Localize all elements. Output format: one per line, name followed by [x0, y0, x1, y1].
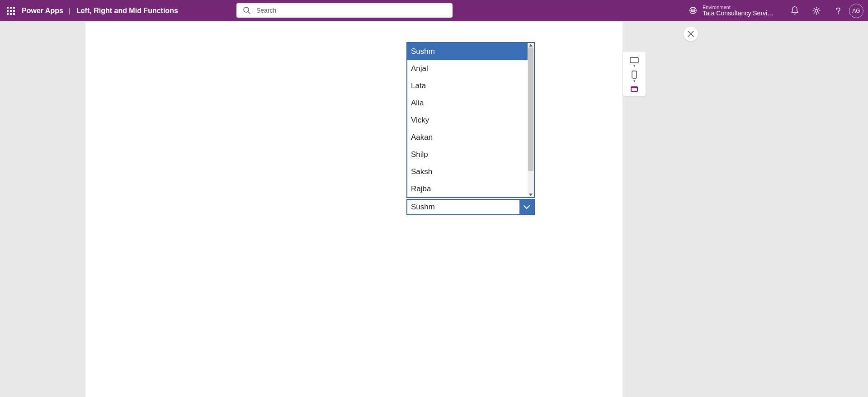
close-icon — [688, 31, 694, 37]
search-input[interactable] — [236, 3, 453, 18]
close-preview-button[interactable] — [684, 27, 698, 41]
svg-marker-22 — [529, 44, 533, 47]
bell-icon — [791, 6, 799, 15]
help-icon — [834, 7, 842, 15]
listbox-items-container: SushmAnjalLataAliaVickyAakanShilpSakshRa… — [407, 43, 534, 197]
size-preview-button[interactable] — [623, 84, 646, 93]
phone-icon — [632, 71, 637, 79]
app-launcher-button[interactable] — [0, 7, 22, 15]
list-item[interactable]: Shilp — [407, 146, 534, 163]
tablet-preview-button[interactable]: ▾ — [623, 55, 646, 69]
triangle-down-icon — [529, 194, 533, 196]
list-item[interactable]: Lata — [407, 77, 534, 95]
svg-rect-7 — [10, 13, 12, 15]
scroll-track[interactable] — [528, 47, 534, 193]
app-header: Power Apps | Left, Right and Mid Functio… — [0, 0, 868, 21]
chevron-down-icon: ▾ — [633, 79, 636, 83]
settings-button[interactable] — [806, 0, 827, 21]
environment-label: Environment — [703, 5, 775, 10]
help-button[interactable] — [827, 0, 849, 21]
environment-text: Environment Tata Consultancy Servic... — [703, 5, 775, 17]
names-listbox[interactable]: SushmAnjalLataAliaVickyAakanShilpSakshRa… — [406, 42, 535, 198]
title-separator: | — [69, 7, 71, 14]
device-preview-toolbar: ▾ ▾ — [623, 52, 646, 96]
svg-rect-1 — [10, 7, 12, 9]
list-item[interactable]: Saksh — [407, 163, 534, 180]
app-name: Power Apps — [22, 7, 63, 14]
svg-rect-2 — [13, 7, 15, 9]
svg-rect-6 — [7, 13, 9, 15]
list-item[interactable]: Aakan — [407, 129, 534, 146]
fit-to-window-icon — [630, 86, 638, 92]
svg-rect-5 — [13, 10, 15, 12]
user-avatar[interactable]: AG — [849, 4, 863, 18]
names-dropdown[interactable]: Sushm — [406, 199, 535, 215]
triangle-up-icon — [529, 44, 533, 47]
chevron-down-icon: ▾ — [633, 64, 636, 68]
svg-marker-23 — [529, 194, 533, 196]
svg-point-15 — [838, 13, 839, 14]
dropdown-toggle-button[interactable] — [519, 200, 534, 214]
search-container — [236, 3, 453, 18]
scroll-down-button[interactable] — [528, 193, 534, 197]
svg-rect-3 — [7, 10, 9, 12]
scroll-up-button[interactable] — [528, 43, 534, 47]
svg-rect-4 — [10, 10, 12, 12]
app-title: Power Apps | Left, Right and Mid Functio… — [22, 7, 178, 15]
tablet-icon — [630, 57, 639, 63]
chevron-down-icon — [523, 203, 531, 211]
environment-selector[interactable]: Environment Tata Consultancy Servic... — [689, 5, 775, 17]
gear-icon — [812, 6, 821, 15]
header-right: Environment Tata Consultancy Servic... A… — [689, 0, 868, 21]
svg-rect-0 — [7, 7, 9, 9]
waffle-icon — [7, 7, 15, 15]
list-item[interactable]: Rajba — [407, 180, 534, 197]
svg-rect-21 — [632, 88, 637, 91]
page-title: Left, Right and Mid Functions — [76, 7, 178, 14]
globe-icon — [689, 6, 697, 14]
dropdown-selected-value: Sushm — [407, 200, 519, 214]
list-item[interactable]: Anjal — [407, 60, 534, 77]
list-item[interactable]: Alia — [407, 95, 534, 112]
svg-rect-8 — [13, 13, 15, 15]
phone-preview-button[interactable]: ▾ — [623, 69, 646, 84]
list-item[interactable]: Sushm — [407, 43, 534, 60]
list-item[interactable]: Vicky — [407, 112, 534, 129]
avatar-initials: AG — [852, 8, 860, 14]
svg-point-14 — [815, 9, 818, 12]
listbox-scrollbar[interactable] — [528, 43, 534, 197]
svg-rect-18 — [630, 57, 638, 63]
scroll-thumb[interactable] — [528, 47, 533, 171]
svg-rect-19 — [632, 71, 637, 78]
notifications-button[interactable] — [784, 0, 806, 21]
app-canvas — [85, 21, 623, 397]
environment-name: Tata Consultancy Servic... — [703, 10, 775, 17]
